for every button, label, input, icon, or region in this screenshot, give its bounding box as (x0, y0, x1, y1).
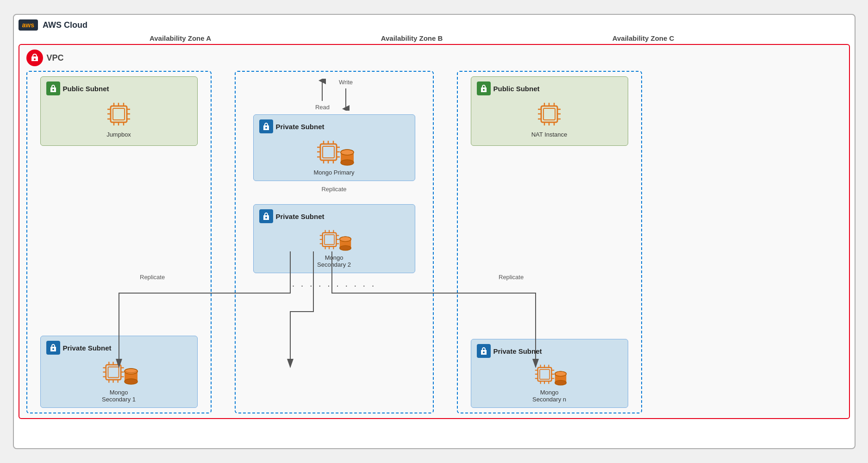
subnet-title-private-c: Private Subnet (493, 347, 542, 355)
az-labels-row: Availability Zone A Availability Zone B … (83, 34, 850, 42)
svg-point-31 (125, 369, 137, 374)
mongo-secondary-1-label: Mongo Secondary 1 (46, 389, 192, 403)
svg-rect-1 (113, 108, 125, 120)
mongo-primary-label: Mongo Primary (259, 169, 409, 176)
az-column-a: Public Subnet (26, 71, 212, 413)
nat-instance-label: NAT Instance (531, 131, 568, 138)
vpc-label: VPC (26, 50, 842, 66)
subnet-title-b-secondary: Private Subnet (276, 213, 325, 220)
ec2-jumpbox: Jumpbox (46, 99, 192, 138)
subnet-private-b-primary: Private Subnet (253, 114, 415, 181)
write-label: Write (339, 79, 353, 86)
az-label-a: Availability Zone A (83, 34, 278, 42)
outer-frame: aws AWS Cloud Availability Zone A Availa… (13, 14, 856, 449)
mongo-secondary-1 (46, 358, 192, 386)
lock-icon-private-c (477, 344, 491, 358)
subnet-title-b-primary: Private Subnet (276, 123, 325, 131)
aws-cloud-label: AWS Cloud (43, 20, 87, 30)
svg-point-100 (555, 380, 566, 385)
az-column-c: Public Subnet (457, 71, 642, 413)
read-label: Read (315, 104, 330, 111)
lock-icon-private-b-primary (259, 119, 273, 133)
svg-point-101 (555, 371, 566, 376)
jumpbox-label: Jumpbox (106, 131, 131, 138)
svg-point-50 (341, 160, 354, 165)
svg-rect-35 (323, 146, 334, 158)
vpc-text: VPC (47, 53, 64, 63)
mongo-secondary-2-label: Mongo Secondary 2 (259, 254, 409, 268)
subnet-private-c-secondary: Private Subnet (471, 339, 628, 408)
nat-instance: NAT Instance (477, 99, 622, 138)
lock-icon-public-a (46, 81, 60, 95)
lock-icon-public-c (477, 81, 491, 95)
svg-point-68 (339, 245, 351, 250)
lock-icon-private-a (46, 341, 60, 355)
replicate-b-label: Replicate (321, 186, 346, 193)
az-label-b: Availability Zone B (301, 34, 523, 42)
vpc-box: VPC Public Subnet (19, 44, 850, 419)
vpc-icon (26, 50, 43, 66)
aws-logo: aws (19, 19, 38, 31)
aws-header: aws AWS Cloud (19, 19, 850, 31)
aws-logo-text: aws (22, 21, 34, 29)
svg-rect-71 (543, 108, 555, 120)
subnet-public-a: Public Subnet (40, 76, 198, 146)
svg-point-69 (339, 237, 351, 242)
subnet-title-public-a: Public Subnet (63, 85, 109, 93)
subnet-title-public-c: Public Subnet (493, 85, 540, 93)
mongo-secondary-n-label: Mongo Secondary n (477, 389, 622, 403)
svg-point-51 (341, 150, 354, 155)
lock-icon-private-b-secondary (259, 209, 273, 223)
dots-label: · · · · · · · · · · (292, 280, 376, 291)
svg-rect-15 (108, 367, 119, 377)
svg-point-30 (125, 379, 137, 384)
az-column-b: Read Write (235, 71, 434, 413)
subnet-private-a: Private Subnet (40, 336, 198, 408)
svg-rect-85 (539, 369, 549, 379)
subnet-public-c: Public Subnet (471, 76, 628, 146)
subnet-private-b-secondary: Private Subnet (253, 204, 415, 273)
svg-rect-53 (324, 235, 334, 244)
subnet-title-private-a: Private Subnet (63, 344, 112, 352)
az-label-c: Availability Zone C (546, 34, 741, 42)
